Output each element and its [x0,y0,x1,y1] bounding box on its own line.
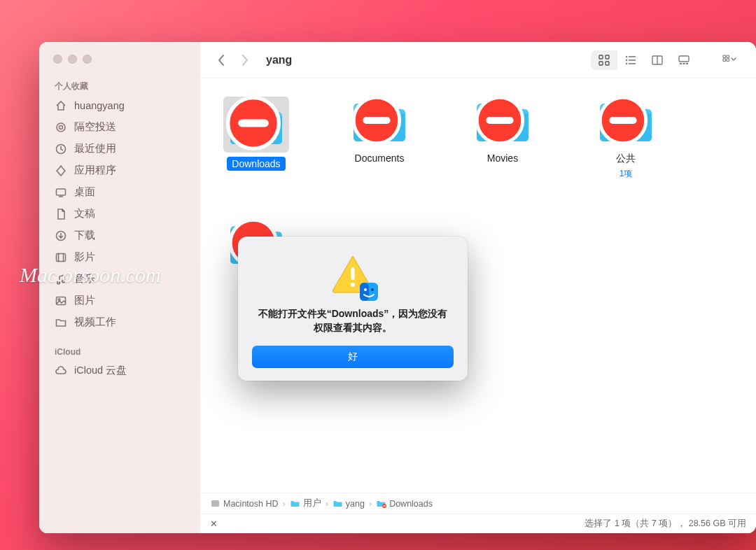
svg-rect-23 [680,63,682,64]
sidebar-item[interactable]: huangyang [39,95,200,116]
folder-item[interactable]: Documents [337,97,421,180]
svg-point-16 [626,59,627,60]
sidebar-item-label: huangyang [74,100,125,111]
svg-rect-42 [383,505,386,506]
zoom-button[interactable] [83,55,92,64]
back-button[interactable] [213,50,230,70]
svg-point-6 [57,281,60,284]
sidebar-item-label: 桌面 [74,185,95,199]
sidebar-item-label: 下载 [74,229,95,242]
svg-rect-5 [57,253,66,261]
folder-icon [349,97,410,147]
path-segment[interactable]: Macintosh HD [210,498,279,509]
view-column-button[interactable] [644,50,671,70]
path-segment[interactable]: Downloads [376,498,433,509]
svg-point-0 [57,123,65,132]
sidebar-item[interactable]: 应用程序 [39,160,200,181]
status-bar: ✕ 选择了 1 项（共 7 项）， 28.56 GB 可用 [200,514,756,533]
svg-rect-13 [606,62,609,65]
folder-icon [472,97,533,147]
sidebar-item-label: 音乐 [74,272,95,285]
folder-item[interactable]: Downloads [214,97,298,180]
folder-label: Downloads [227,157,285,171]
folder-label: Documents [350,151,410,165]
svg-rect-22 [679,56,689,62]
dialog-message: 不能打开文件夹“Downloads”，因为您没有权限查看其内容。 [252,306,454,335]
forward-button[interactable] [237,50,253,70]
svg-point-18 [626,62,627,64]
sidebar-section-icloud: iCloud [39,343,200,360]
svg-rect-40 [211,500,219,507]
sidebar-item-label: 图片 [74,294,95,307]
group-button[interactable] [717,50,743,70]
svg-point-47 [364,288,367,291]
sidebar-item-label: iCloud 云盘 [74,364,127,377]
path-separator: › [369,499,372,509]
toolbar: yang [200,42,756,78]
sidebar-item[interactable]: iCloud 云盘 [39,360,200,381]
sidebar-item-label: 文稿 [74,207,95,220]
status-close-icon[interactable]: ✕ [210,519,218,529]
sidebar-item[interactable]: 下载 [39,225,200,246]
svg-rect-35 [486,117,513,124]
sidebar-item-label: 最近使用 [74,142,116,155]
sidebar-item[interactable]: 桌面 [39,181,200,203]
sidebar-item-label: 影片 [74,251,95,264]
svg-rect-46 [360,283,369,301]
folder-icon [596,97,656,147]
svg-point-14 [626,55,627,57]
view-switcher [591,50,697,70]
sidebar-item[interactable]: 隔空投送 [39,116,200,138]
sidebar-item[interactable]: 图片 [39,290,200,311]
close-button[interactable] [53,55,62,64]
folder-icon [223,97,289,153]
sidebar-item[interactable]: 影片 [39,246,200,268]
svg-rect-12 [599,62,603,65]
path-segment[interactable]: yang [332,498,365,509]
sidebar-item[interactable]: 音乐 [39,268,200,290]
svg-rect-10 [599,55,603,59]
path-bar: Macintosh HD›用户›yang›Downloads [200,493,756,514]
folder-item[interactable]: 公共1项 [584,97,668,180]
path-segment[interactable]: 用户 [290,498,321,509]
view-gallery-button[interactable] [671,50,697,70]
sidebar-item-label: 视频工作 [74,316,116,329]
sidebar-item-label: 应用程序 [74,164,116,177]
folder-subtitle: 1项 [620,168,633,180]
permission-dialog: 不能打开文件夹“Downloads”，因为您没有权限查看其内容。 好 [238,237,468,381]
svg-rect-28 [723,59,726,62]
svg-rect-27 [727,55,729,58]
svg-point-48 [371,288,374,291]
sidebar-item[interactable]: 最近使用 [39,138,200,160]
folder-item[interactable]: Movies [461,97,545,180]
svg-point-1 [59,125,63,129]
sidebar-item-label: 隔空投送 [74,120,116,134]
view-icon-button[interactable] [591,50,617,70]
status-text: 选择了 1 项（共 7 项）， 28.56 GB 可用 [584,518,746,530]
svg-point-9 [58,298,60,300]
dialog-ok-button[interactable]: 好 [252,346,454,368]
minimize-button[interactable] [68,55,77,64]
svg-rect-31 [238,120,269,127]
svg-rect-43 [351,267,355,280]
svg-rect-3 [57,189,66,195]
svg-rect-26 [723,55,726,58]
svg-rect-29 [727,59,729,62]
path-separator: › [283,499,286,509]
sidebar-item[interactable]: 文稿 [39,203,200,225]
window-title: yang [266,54,292,66]
svg-point-44 [351,283,355,287]
path-separator: › [326,499,328,509]
folder-label: 公共 [611,151,640,167]
view-list-button[interactable] [617,50,644,70]
folder-label: Movies [482,151,523,165]
sidebar: 个人收藏 huangyang隔空投送最近使用应用程序桌面文稿下载影片音乐图片视频… [39,42,200,533]
svg-rect-33 [363,117,390,124]
svg-rect-19 [629,63,636,64]
sidebar-item[interactable]: 视频工作 [39,311,200,333]
svg-rect-37 [609,117,636,124]
warning-icon [329,252,377,299]
svg-rect-25 [686,63,688,64]
sidebar-section-favorites: 个人收藏 [39,76,200,95]
svg-rect-11 [606,55,609,59]
